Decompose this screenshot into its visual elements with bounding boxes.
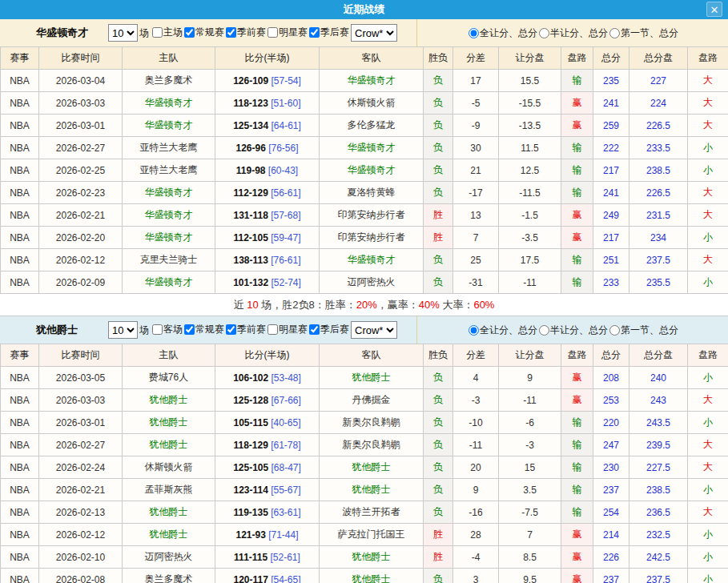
wizards-games-table: 赛事 比赛时间 主队 比分(半场) 客队 胜负 分差 让分盘 盘路 总分 总分盘… bbox=[0, 46, 728, 294]
radio-input[interactable] bbox=[609, 325, 620, 336]
checkbox-input[interactable] bbox=[267, 324, 278, 335]
half-time-score: [68-47] bbox=[268, 462, 301, 473]
result-cell: 胜 bbox=[424, 227, 453, 249]
result-cell: 负 bbox=[424, 456, 453, 479]
home-team-cell: 犹他爵士 bbox=[123, 389, 215, 412]
odds-mode-radio-第一节、总分[interactable]: 第一节、总分 bbox=[608, 26, 678, 40]
total-line-cell: 243 bbox=[629, 389, 688, 412]
away-team-cell: 印第安纳步行者 bbox=[320, 227, 424, 249]
half-time-score: [51-60] bbox=[268, 98, 301, 109]
date-cell: 2026-02-24 bbox=[39, 456, 123, 479]
total-result-cell: 小 bbox=[688, 569, 728, 583]
handicap-result-cell: 赢 bbox=[561, 92, 593, 115]
col-away: 客队 bbox=[320, 47, 424, 70]
total-line-cell: 237.5 bbox=[629, 249, 688, 271]
filter-checkbox-季后赛[interactable]: 季后赛 bbox=[308, 26, 349, 39]
radio-input[interactable] bbox=[469, 325, 479, 336]
checkbox-input[interactable] bbox=[309, 324, 320, 335]
close-icon[interactable]: ✕ bbox=[706, 2, 722, 17]
handicap-result-cell: 赢 bbox=[561, 546, 593, 569]
radio-input[interactable] bbox=[539, 325, 549, 336]
filter-checkbox-明星赛[interactable]: 明星赛 bbox=[266, 323, 308, 336]
odds-mode-radio-全让分、总分[interactable]: 全让分、总分 bbox=[467, 324, 537, 337]
checkbox-input[interactable] bbox=[309, 27, 320, 38]
handicap-result-cell: 输 bbox=[561, 434, 593, 456]
total-cell: 254 bbox=[593, 501, 629, 524]
handicap-result-cell: 输 bbox=[561, 456, 593, 479]
checkbox-label: 明星赛 bbox=[279, 323, 308, 336]
filter-checkbox-季前赛[interactable]: 季前赛 bbox=[224, 323, 266, 336]
score-cell: 125-128 [67-66] bbox=[215, 389, 320, 412]
total-cell: 226 bbox=[593, 546, 629, 569]
table-row: NBA2026-02-12克里夫兰骑士138-113 [76-61]华盛顿奇才负… bbox=[1, 249, 728, 271]
jazz-source-select[interactable]: Crow* bbox=[351, 321, 397, 339]
odds-mode-radio-半让分、总分[interactable]: 半让分、总分 bbox=[537, 26, 608, 40]
handicap-cell: 12.5 bbox=[499, 159, 561, 182]
recent-results-dialog: 近期战绩 ✕ 华盛顿奇才 10 场 主场常规赛季前赛明星赛季后赛 Crow* 全… bbox=[0, 0, 728, 583]
filter-checkbox-主场[interactable]: 主场 bbox=[151, 26, 183, 39]
total-cell: 253 bbox=[593, 389, 629, 412]
total-result-cell: 大 bbox=[688, 70, 728, 92]
jazz-games-count-select[interactable]: 10 bbox=[108, 321, 138, 339]
final-score: 118-129 bbox=[233, 440, 267, 451]
away-team-cell: 夏洛特黄蜂 bbox=[320, 182, 424, 204]
games-suffix-label: 场 bbox=[139, 26, 149, 40]
total-line-cell: 236.5 bbox=[629, 501, 688, 524]
checkbox-input[interactable] bbox=[184, 324, 195, 335]
odds-mode-radio-半让分、总分[interactable]: 半让分、总分 bbox=[537, 324, 608, 337]
handicap-cell: 15.5 bbox=[499, 70, 561, 92]
col-home: 主队 bbox=[123, 47, 215, 70]
final-score: 119-135 bbox=[233, 507, 267, 518]
wizards-source-select[interactable]: Crow* bbox=[351, 24, 397, 42]
radio-input[interactable] bbox=[609, 28, 620, 38]
half-time-score: [67-66] bbox=[268, 395, 301, 406]
col-result: 胜负 bbox=[424, 47, 453, 70]
date-cell: 2026-02-10 bbox=[39, 546, 123, 569]
result-cell: 胜 bbox=[424, 524, 453, 546]
checkbox-input[interactable] bbox=[226, 324, 236, 335]
total-line-cell: 226.5 bbox=[629, 115, 688, 137]
checkbox-input[interactable] bbox=[152, 324, 163, 335]
filter-checkbox-客场[interactable]: 客场 bbox=[151, 323, 183, 336]
radio-input[interactable] bbox=[469, 28, 479, 38]
checkbox-input[interactable] bbox=[152, 27, 163, 38]
total-result-cell: 小 bbox=[688, 412, 728, 434]
league-cell: NBA bbox=[1, 271, 39, 294]
checkbox-input[interactable] bbox=[226, 27, 236, 38]
col-total-result: 盘路 bbox=[688, 344, 728, 367]
date-cell: 2026-03-05 bbox=[39, 367, 123, 389]
handicap-cell: 8.5 bbox=[499, 546, 561, 569]
league-cell: NBA bbox=[1, 204, 39, 227]
handicap-result-cell: 输 bbox=[561, 501, 593, 524]
home-team-cell: 亚特兰大老鹰 bbox=[123, 137, 215, 159]
handicap-cell: 17.5 bbox=[499, 249, 561, 271]
odds-mode-radio-第一节、总分[interactable]: 第一节、总分 bbox=[608, 324, 678, 337]
result-cell: 负 bbox=[424, 501, 453, 524]
handicap-result-cell: 输 bbox=[561, 271, 593, 294]
checkbox-input[interactable] bbox=[267, 27, 278, 38]
filter-checkbox-季前赛[interactable]: 季前赛 bbox=[224, 26, 266, 39]
handicap-cell: -3 bbox=[499, 434, 561, 456]
filter-checkbox-季后赛[interactable]: 季后赛 bbox=[308, 323, 349, 336]
total-cell: 208 bbox=[593, 367, 629, 389]
jazz-filter-checkboxes: 客场常规赛季前赛明星赛季后赛 bbox=[151, 323, 349, 337]
wizards-summary-line: 近 10 场，胜2负8：胜率：20%，赢率：40% 大率：60% bbox=[0, 294, 728, 316]
total-result-cell: 大 bbox=[688, 249, 728, 271]
radio-input[interactable] bbox=[539, 28, 549, 38]
table-row: NBA2026-03-01犹他爵士105-115 [40-65]新奥尔良鹈鹕负-… bbox=[1, 412, 728, 434]
filter-checkbox-常规赛[interactable]: 常规赛 bbox=[183, 323, 224, 336]
checkbox-input[interactable] bbox=[184, 27, 195, 38]
total-cell: 259 bbox=[593, 115, 629, 137]
col-handicap-result: 盘路 bbox=[561, 47, 593, 70]
wizards-games-count-select[interactable]: 10 bbox=[108, 24, 138, 42]
odds-mode-radio-全让分、总分[interactable]: 全让分、总分 bbox=[467, 26, 537, 40]
col-total: 总分 bbox=[593, 344, 629, 367]
total-result-cell: 小 bbox=[688, 546, 728, 569]
home-team-cell: 奥兰多魔术 bbox=[123, 70, 215, 92]
home-team-cell: 华盛顿奇才 bbox=[123, 92, 215, 115]
filter-checkbox-明星赛[interactable]: 明星赛 bbox=[266, 26, 308, 39]
summary-text: 大率： bbox=[440, 299, 474, 311]
final-score: 126-109 bbox=[233, 75, 268, 86]
filter-checkbox-常规赛[interactable]: 常规赛 bbox=[183, 26, 224, 39]
handicap-cell: -3.5 bbox=[499, 227, 561, 249]
